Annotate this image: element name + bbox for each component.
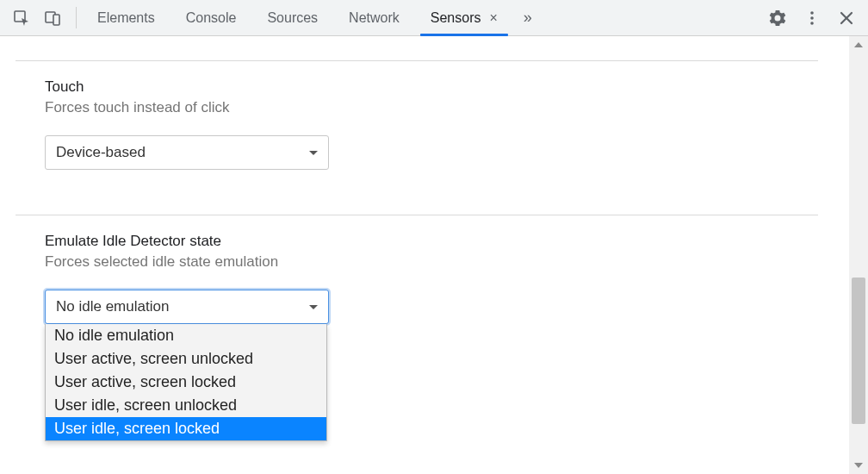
idle-select[interactable]: No idle emulation — [45, 290, 329, 324]
section-title: Emulate Idle Detector state — [45, 233, 818, 250]
tab-label: Network — [349, 10, 400, 26]
chevron-up-icon — [854, 42, 863, 47]
section-description: Forces touch instead of click — [45, 99, 818, 116]
tab-label: Sources — [267, 10, 318, 26]
svg-point-5 — [810, 22, 814, 25]
toolbar-divider — [76, 7, 77, 28]
chevron-down-icon — [309, 305, 318, 309]
idle-section: Emulate Idle Detector state Forces selec… — [0, 215, 849, 345]
svg-rect-2 — [53, 15, 59, 25]
scroll-down-button[interactable] — [849, 457, 868, 474]
close-icon[interactable]: × — [490, 11, 498, 25]
tab-network[interactable]: Network — [333, 0, 415, 35]
section-title: Touch — [45, 78, 818, 96]
svg-point-3 — [810, 11, 814, 15]
touch-select[interactable]: Device-based — [45, 135, 329, 170]
chevron-down-icon — [854, 463, 863, 468]
section-description: Forces selected idle state emulation — [45, 253, 818, 271]
select-value: No idle emulation — [56, 298, 169, 315]
sensors-panel: Touch Forces touch instead of click Devi… — [0, 36, 849, 474]
tab-label: Console — [186, 10, 237, 26]
vertical-scrollbar[interactable] — [849, 36, 868, 474]
idle-option[interactable]: User active, screen locked — [46, 371, 326, 394]
device-toggle-icon[interactable] — [43, 9, 62, 28]
idle-option[interactable]: No idle emulation — [46, 324, 326, 347]
idle-option[interactable]: User active, screen unlocked — [46, 347, 326, 371]
chevron-double-right-icon: » — [524, 9, 532, 27]
scroll-up-button[interactable] — [849, 36, 868, 53]
idle-option[interactable]: User idle, screen unlocked — [46, 394, 326, 417]
devtools-toolbar: Elements Console Sources Network Sensors… — [0, 0, 868, 36]
close-panel-icon[interactable] — [837, 9, 856, 28]
tab-console[interactable]: Console — [170, 0, 252, 35]
svg-point-4 — [810, 16, 814, 20]
idle-dropdown: No idle emulationUser active, screen unl… — [45, 324, 327, 441]
idle-option[interactable]: User idle, screen locked — [46, 417, 326, 440]
kebab-icon[interactable] — [803, 9, 822, 28]
scroll-thumb[interactable] — [852, 278, 865, 424]
gear-icon[interactable] — [768, 9, 787, 28]
touch-section: Touch Forces touch instead of click Devi… — [0, 61, 849, 190]
tab-label: Elements — [97, 10, 155, 26]
inspect-icon[interactable] — [12, 9, 31, 28]
tab-sensors[interactable]: Sensors × — [415, 0, 513, 35]
toolbar-right — [752, 0, 861, 35]
tab-sources[interactable]: Sources — [251, 0, 333, 35]
chevron-down-icon — [309, 151, 318, 155]
tabs-overflow-button[interactable]: » — [513, 0, 542, 35]
tab-strip: Elements Console Sources Network Sensors… — [82, 0, 513, 35]
tab-elements[interactable]: Elements — [82, 0, 170, 35]
tab-label: Sensors — [431, 10, 481, 26]
select-value: Device-based — [56, 144, 146, 161]
toolbar-left — [5, 0, 71, 35]
